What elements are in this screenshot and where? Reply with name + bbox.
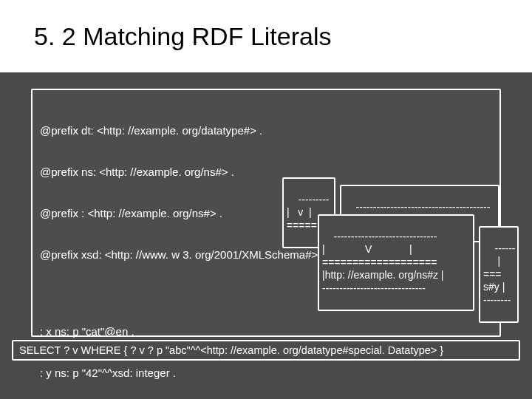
data-line: : x ns: p "cat"@en .: [40, 325, 492, 339]
prefix-line: @prefix ns: <http: //example. org/ns#> .: [40, 166, 492, 180]
data-line: : y ns: p "42"^^xsd: integer .: [40, 366, 492, 381]
slide: 5. 2 Matching RDF Literals @prefix dt: <…: [0, 0, 532, 399]
result-box-z: ------------------------------ | V | ===…: [318, 214, 474, 311]
bottom-query-box: SELECT ? v WHERE { ? v ? p "abc"^^<http:…: [12, 340, 520, 361]
result-box-y-fragment: ------ | === s#y | --------: [479, 226, 519, 323]
result-text: ------ | === s#y | --------: [483, 242, 516, 306]
prefix-line: @prefix dt: <http: //example. org/dataty…: [40, 124, 492, 138]
query-text: SELECT ? v WHERE { ? v ? p "abc"^^<http:…: [19, 344, 443, 356]
header-bar: 5. 2 Matching RDF Literals: [0, 0, 532, 72]
page-title: 5. 2 Matching RDF Literals: [34, 22, 332, 51]
result-text: ------------------------------ | V | ===…: [322, 231, 443, 294]
